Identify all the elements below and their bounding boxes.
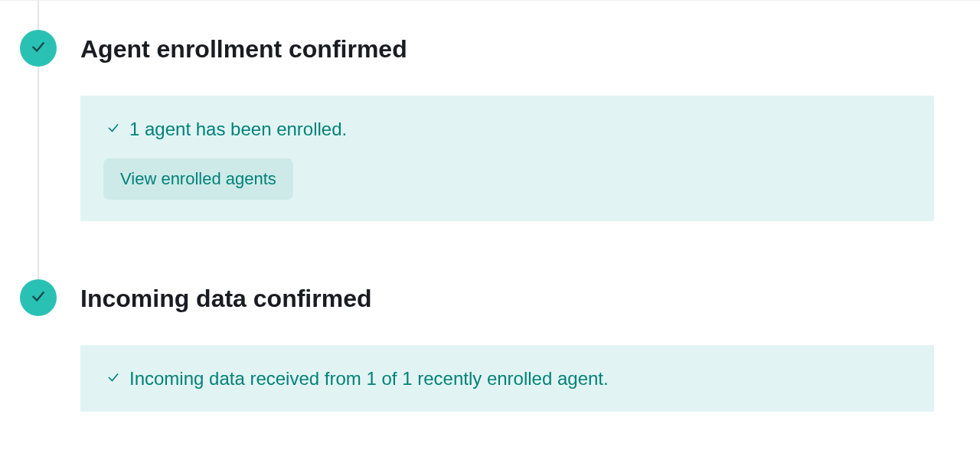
check-icon: [106, 370, 120, 387]
view-enrolled-agents-button[interactable]: View enrolled agents: [103, 158, 293, 200]
callout-row: 1 agent has been enrolled.: [106, 117, 919, 141]
check-icon: [30, 38, 47, 58]
step-complete-badge: [20, 30, 57, 67]
step-content: Agent enrollment confirmed 1 agent has b…: [80, 18, 980, 221]
check-icon: [106, 121, 120, 138]
incoming-data-callout: Incoming data received from 1 of 1 recen…: [80, 345, 934, 412]
callout-message: 1 agent has been enrolled.: [129, 117, 347, 141]
step-incoming-data: Incoming data confirmed Incoming data re…: [38, 267, 980, 412]
step-complete-badge: [20, 279, 57, 316]
step-agent-enrollment: Agent enrollment confirmed 1 agent has b…: [38, 18, 980, 221]
step-title: Incoming data confirmed: [80, 267, 980, 313]
callout-message: Incoming data received from 1 of 1 recen…: [129, 367, 609, 390]
enrollment-callout: 1 agent has been enrolled. View enrolled…: [80, 96, 934, 220]
enrollment-timeline: Agent enrollment confirmed 1 agent has b…: [0, 1, 980, 412]
step-content: Incoming data confirmed Incoming data re…: [80, 267, 980, 412]
step-title: Agent enrollment confirmed: [80, 18, 980, 64]
check-icon: [30, 288, 47, 308]
callout-row: Incoming data received from 1 of 1 recen…: [106, 367, 919, 390]
